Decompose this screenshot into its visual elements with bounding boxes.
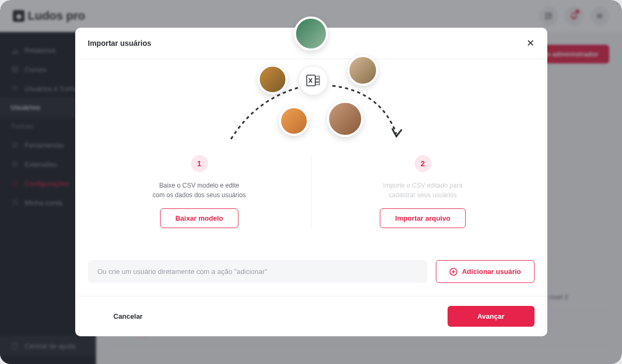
illustration-avatar [347, 55, 378, 86]
import-users-modal: Importar usuários ✕ [75, 28, 547, 336]
illustration-avatar [279, 106, 309, 136]
step-text-line: Baixe o CSV modelo e edite [109, 181, 290, 190]
svg-rect-12 [315, 83, 320, 85]
add-user-button[interactable]: Adicionar usuário [436, 260, 535, 283]
svg-rect-11 [315, 79, 320, 82]
step-text-line: Importe o CSV editado para [333, 181, 513, 190]
plus-circle-icon [449, 268, 458, 276]
create-user-hint: Ou crie um usuário diretamente com a açã… [88, 260, 427, 283]
excel-icon [298, 66, 328, 95]
svg-rect-10 [315, 76, 320, 78]
import-file-button[interactable]: Importar arquivo [380, 208, 466, 228]
step-1: 1 Baixe o CSV modelo e edite com os dado… [88, 155, 312, 228]
step-text-line: cadastrar seus usuários [333, 190, 513, 200]
modal-backdrop: Importar usuários ✕ [0, 0, 622, 364]
illustration-avatar [327, 101, 363, 137]
step-2: 2 Importe o CSV editado para cadastrar s… [312, 155, 535, 228]
illustration-avatar [258, 64, 288, 94]
step-badge: 2 [414, 155, 432, 172]
svg-rect-9 [307, 75, 315, 86]
step-badge: 1 [191, 155, 208, 172]
download-template-button[interactable]: Baixar modelo [160, 208, 239, 228]
close-icon[interactable]: ✕ [527, 37, 535, 49]
cancel-button[interactable]: Cancelar [88, 307, 169, 326]
step-text-line: com os dados dos seus usuários [109, 190, 290, 200]
advance-button[interactable]: Avançar [448, 306, 535, 327]
modal-title: Importar usuários [88, 39, 151, 47]
